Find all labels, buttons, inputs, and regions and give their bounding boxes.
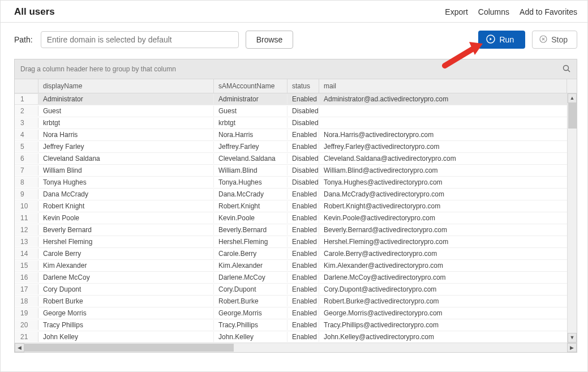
- group-hint: Drag a column header here to group by th…: [20, 65, 176, 73]
- cell-samaccountname: Kevin.Poole: [214, 213, 287, 223]
- cell-samaccountname: Administrator: [214, 94, 287, 104]
- run-button[interactable]: Run: [478, 31, 526, 49]
- cell-displayname: George Morris: [38, 308, 214, 318]
- cell-mail: Tracy.Phillips@activedirectorypro.com: [319, 320, 577, 330]
- add-favorites-link[interactable]: Add to Favorites: [520, 7, 577, 16]
- cell-samaccountname: Tracy.Phillips: [214, 320, 287, 330]
- scroll-up-button[interactable]: ▲: [568, 93, 577, 103]
- col-header-displayname[interactable]: displayName: [38, 79, 214, 93]
- cell-samaccountname: Tonya.Hughes: [214, 177, 287, 187]
- row-number: 6: [15, 153, 38, 164]
- table-row[interactable]: 5Jeffrey FarleyJeffrey.FarleyEnabledJeff…: [15, 141, 577, 153]
- cell-mail: George.Morris@activedirectorypro.com: [319, 308, 577, 318]
- cell-displayname: Guest: [38, 106, 214, 116]
- table-row[interactable]: 11Kevin PooleKevin.PooleEnabledKevin.Poo…: [15, 212, 577, 224]
- row-number: 4: [15, 130, 38, 140]
- col-header-rownum[interactable]: [15, 79, 38, 93]
- grid-header: displayName sAMAccountName status mail: [15, 79, 577, 93]
- stop-circle-icon: [539, 35, 547, 45]
- table-row[interactable]: 2GuestGuestDisabled: [15, 105, 577, 117]
- table-row[interactable]: 21John KelleyJohn.KelleyEnabledJohn.Kell…: [15, 331, 577, 343]
- table-row[interactable]: 1AdministratorAdministratorEnabledAdmini…: [15, 93, 577, 105]
- cell-displayname: Jeffrey Farley: [38, 142, 214, 152]
- col-header-status[interactable]: status: [287, 79, 319, 93]
- row-number: 13: [15, 237, 38, 247]
- cell-samaccountname: Carole.Berry: [214, 249, 287, 259]
- cell-samaccountname: Guest: [214, 106, 287, 116]
- cell-mail: [319, 122, 577, 124]
- cell-displayname: Carole Berry: [38, 249, 214, 259]
- page-title: All users: [14, 6, 55, 18]
- row-number: 3: [15, 118, 38, 128]
- group-by-bar[interactable]: Drag a column header here to group by th…: [15, 59, 577, 79]
- table-row[interactable]: 10Robert KnightRobert.KnightEnabledRober…: [15, 200, 577, 212]
- cell-mail: Jeffrey.Farley@activedirectorypro.com: [319, 142, 577, 152]
- row-number: 14: [15, 249, 38, 259]
- cell-mail: Robert.Knight@activedirectorypro.com: [319, 201, 577, 211]
- cell-status: Enabled: [287, 308, 319, 318]
- table-row[interactable]: 16Darlene McCoyDarlene.McCoyEnabledDarle…: [15, 272, 577, 284]
- export-link[interactable]: Export: [445, 7, 467, 16]
- table-row[interactable]: 20Tracy PhillipsTracy.PhillipsEnabledTra…: [15, 319, 577, 331]
- cell-samaccountname: Dana.McCrady: [214, 189, 287, 199]
- cell-status: Enabled: [287, 189, 319, 199]
- stop-button[interactable]: Stop: [532, 31, 577, 49]
- cell-displayname: Tonya Hughes: [38, 177, 214, 187]
- cell-status: Enabled: [287, 142, 319, 152]
- path-input[interactable]: [41, 31, 239, 48]
- row-number: 2: [15, 106, 38, 116]
- path-label: Path:: [14, 35, 33, 44]
- cell-samaccountname: krbtgt: [214, 118, 287, 128]
- table-row[interactable]: 15Kim AlexanderKim.AlexanderEnabledKim.A…: [15, 260, 577, 272]
- toolbar: Path: Browse Run Stop: [1, 23, 587, 59]
- table-row[interactable]: 19George MorrisGeorge.MorrisEnabledGeorg…: [15, 307, 577, 319]
- cell-status: Enabled: [287, 249, 319, 259]
- table-row[interactable]: 14Carole BerryCarole.BerryEnabledCarole.…: [15, 248, 577, 260]
- table-row[interactable]: 17Cory DupontCory.DupontEnabledCory.Dupo…: [15, 284, 577, 296]
- cell-displayname: Robert Knight: [38, 201, 214, 211]
- cell-samaccountname: George.Morris: [214, 308, 287, 318]
- table-row[interactable]: 3krbtgtkrbtgtDisabled: [15, 117, 577, 129]
- cell-samaccountname: Robert.Burke: [214, 296, 287, 306]
- table-row[interactable]: 9Dana McCradyDana.McCradyEnabledDana.McC…: [15, 189, 577, 200]
- table-row[interactable]: 6Cleveland SaldanaCleveland.SaldanaDisab…: [15, 153, 577, 165]
- table-row[interactable]: 8Tonya HughesTonya.HughesDisabledTonya.H…: [15, 177, 577, 189]
- cell-mail: Cory.Dupont@activedirectorypro.com: [319, 284, 577, 294]
- cell-mail: John.Kelley@activedirectorypro.com: [319, 332, 577, 342]
- row-number: 16: [15, 272, 38, 283]
- table-row[interactable]: 4Nora HarrisNora.HarrisEnabledNora.Harri…: [15, 129, 577, 141]
- run-circle-icon: [486, 35, 495, 45]
- table-row[interactable]: 13Hershel FlemingHershel.FlemingEnabledH…: [15, 236, 577, 248]
- table-row[interactable]: 7William BlindWilliam.BlindDisabledWilli…: [15, 165, 577, 177]
- search-icon[interactable]: [562, 64, 571, 75]
- cell-mail: [319, 110, 577, 112]
- cell-displayname: Cleveland Saldana: [38, 153, 214, 164]
- cell-displayname: William Blind: [38, 165, 214, 176]
- svg-point-2: [564, 66, 569, 71]
- cell-samaccountname: Nora.Harris: [214, 130, 287, 140]
- vertical-scrollbar[interactable]: ▲ ▼: [567, 93, 577, 343]
- horizontal-scroll-thumb[interactable]: [24, 344, 234, 352]
- triangle-down-icon: ▼: [570, 335, 575, 340]
- scroll-left-button[interactable]: ◀: [15, 343, 24, 352]
- cell-status: Enabled: [287, 237, 319, 247]
- cell-mail: Carole.Berry@activedirectorypro.com: [319, 249, 577, 259]
- cell-mail: Darlene.McCoy@activedirectorypro.com: [319, 272, 577, 283]
- scroll-right-button[interactable]: ▶: [567, 343, 577, 352]
- table-row[interactable]: 12Beverly BernardBeverly.BernardEnabledB…: [15, 224, 577, 236]
- col-header-samaccountname[interactable]: sAMAccountName: [214, 79, 287, 93]
- cell-status: Enabled: [287, 260, 319, 271]
- browse-button[interactable]: Browse: [246, 31, 294, 49]
- col-header-mail[interactable]: mail: [319, 79, 567, 93]
- table-row[interactable]: 18Robert BurkeRobert.BurkeEnabledRobert.…: [15, 296, 577, 307]
- scroll-down-button[interactable]: ▼: [568, 333, 577, 343]
- cell-mail: Kim.Alexander@activedirectorypro.com: [319, 260, 577, 271]
- row-number: 21: [15, 332, 38, 342]
- cell-status: Enabled: [287, 332, 319, 342]
- columns-link[interactable]: Columns: [478, 7, 509, 16]
- cell-status: Enabled: [287, 213, 319, 223]
- row-number: 1: [15, 94, 38, 104]
- horizontal-scrollbar[interactable]: ◀ ▶: [15, 343, 577, 352]
- vertical-scroll-thumb[interactable]: [568, 103, 577, 129]
- cell-status: Enabled: [287, 272, 319, 283]
